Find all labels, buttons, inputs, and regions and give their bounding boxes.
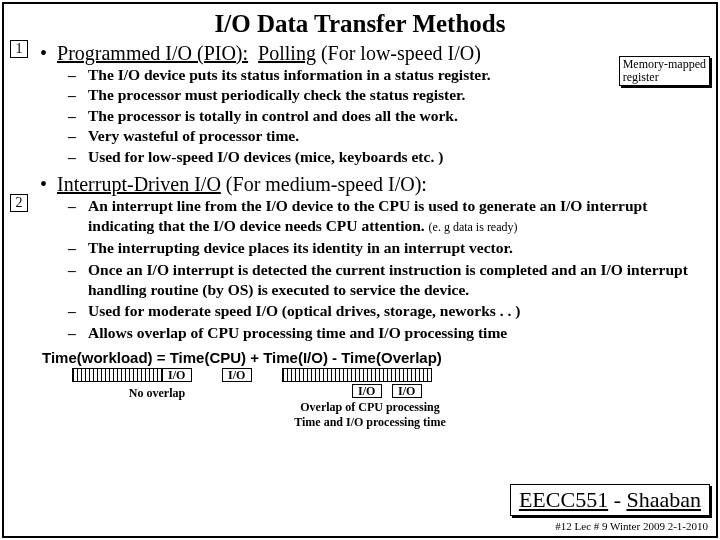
footer-note: #12 Lec # 9 Winter 2009 2-1-2010 bbox=[555, 520, 708, 532]
section-2-bullets: –An interrupt line from the I/O device t… bbox=[68, 196, 708, 343]
pio-label: Programmed I/O (PIO): bbox=[57, 42, 248, 64]
sec1-tail: (For low-speed I/O) bbox=[321, 42, 481, 64]
cpu-bar-1 bbox=[72, 368, 162, 382]
io-label-1: I/O bbox=[168, 368, 185, 383]
memory-mapped-callout: Memory-mappedregister bbox=[619, 56, 710, 86]
io-label-2: I/O bbox=[228, 368, 245, 383]
interrupt-label: Interrupt-Driven I/O bbox=[57, 173, 221, 195]
section-2-heading: • Interrupt-Driven I/O (For medium-speed… bbox=[40, 173, 708, 196]
timing-diagram: I/O I/O No overlap I/O I/O Overlap of CP… bbox=[42, 368, 708, 438]
section-1-bullets: –The I/O device puts its status informat… bbox=[68, 65, 708, 167]
section-number-1: 1 bbox=[10, 40, 28, 58]
slide-title: I/O Data Transfer Methods bbox=[12, 10, 708, 38]
section-1-heading: • Programmed I/O (PIO): Polling (For low… bbox=[40, 42, 708, 65]
formula-text: Time(workload) = Time(CPU) + Time(I/O) -… bbox=[42, 349, 708, 366]
sec2-tail: (For medium-speed I/O): bbox=[226, 173, 427, 195]
io-label-3: I/O bbox=[358, 384, 375, 399]
slide-frame: I/O Data Transfer Methods 1 • Programmed… bbox=[2, 2, 718, 538]
polling-label: Polling bbox=[258, 42, 316, 64]
io-label-4: I/O bbox=[398, 384, 415, 399]
footer-badge: EECC551 - Shaaban bbox=[510, 484, 710, 516]
caption-no-overlap: No overlap bbox=[102, 386, 212, 401]
cpu-bar-2 bbox=[282, 368, 432, 382]
caption-overlap: Overlap of CPU processingTime and I/O pr… bbox=[280, 400, 460, 430]
section-number-2: 2 bbox=[10, 194, 28, 212]
